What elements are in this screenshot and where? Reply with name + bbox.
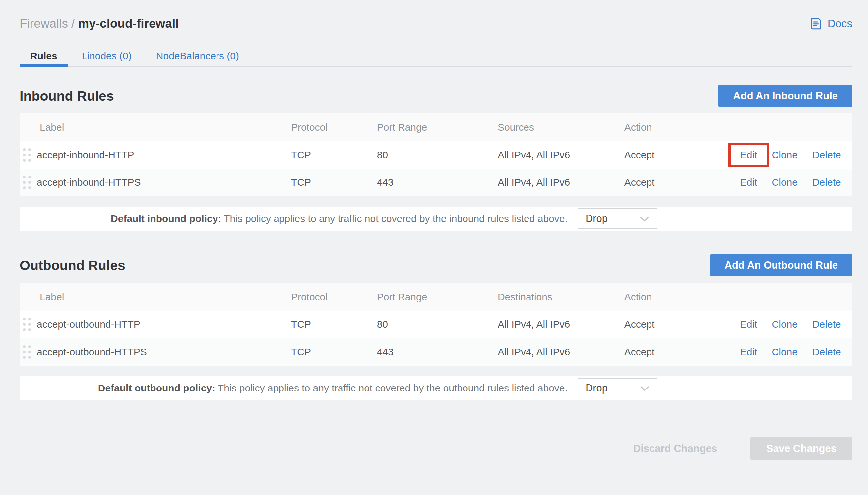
rule-destinations: All IPv4, All IPv6 (498, 346, 624, 358)
default-outbound-policy-description: This policy applies to any traffic not c… (218, 382, 568, 393)
firewall-detail-page: Firewalls/my-cloud-firewall Docs Rules L… (0, 0, 868, 460)
clone-button[interactable]: Clone (772, 346, 798, 358)
outbound-table-header: Label Protocol Port Range Destinations A… (20, 283, 852, 310)
delete-button[interactable]: Delete (812, 319, 841, 330)
top-bar: Firewalls/my-cloud-firewall Docs (20, 0, 852, 31)
tab-rules[interactable]: Rules (20, 47, 68, 66)
clone-button[interactable]: Clone (772, 319, 798, 330)
default-inbound-policy-label: Default inbound policy: (111, 213, 221, 224)
policy-select-value: Drop (586, 213, 608, 225)
outbound-rules-title: Outbound Rules (20, 258, 125, 273)
delete-button[interactable]: Delete (812, 346, 841, 358)
rule-label: accept-inbound-HTTPS (37, 177, 141, 188)
rule-protocol: TCP (291, 319, 377, 330)
default-inbound-policy-row: Default inbound policy: This policy appl… (20, 207, 852, 231)
tab-bar: Rules Linodes (0) NodeBalancers (0) (20, 47, 852, 67)
rule-sources: All IPv4, All IPv6 (498, 177, 624, 188)
inbound-rules-table: Label Protocol Port Range Sources Action… (20, 114, 852, 196)
outbound-rules-table: Label Protocol Port Range Destinations A… (20, 283, 852, 365)
drag-handle-icon[interactable] (23, 318, 31, 331)
column-header-destinations: Destinations (498, 291, 624, 303)
default-outbound-policy-text: Default outbound policy: This policy app… (20, 382, 568, 394)
outbound-table-body: accept-outbound-HTTP TCP 80 All IPv4, Al… (20, 310, 852, 365)
column-header-action: Action (624, 122, 740, 133)
breadcrumb-current-firewall: my-cloud-firewall (78, 17, 179, 30)
table-row-accept-outbound-http: accept-outbound-HTTP TCP 80 All IPv4, Al… (20, 310, 852, 338)
rule-protocol: TCP (291, 346, 377, 358)
drag-handle-icon[interactable] (23, 345, 31, 359)
edit-button[interactable]: Edit (740, 346, 757, 358)
default-inbound-policy-select[interactable]: Drop (578, 208, 657, 229)
clone-button[interactable]: Clone (772, 149, 798, 160)
breadcrumb-firewalls-link[interactable]: Firewalls (20, 17, 68, 30)
inbound-section-header: Inbound Rules Add An Inbound Rule (20, 85, 852, 107)
rule-sources: All IPv4, All IPv6 (498, 149, 624, 160)
breadcrumb: Firewalls/my-cloud-firewall (20, 17, 179, 31)
rule-label: accept-inbound-HTTP (37, 149, 134, 160)
breadcrumb-separator: / (71, 17, 75, 30)
add-outbound-rule-button[interactable]: Add An Outbound Rule (710, 254, 853, 276)
document-icon (809, 17, 823, 31)
rule-label: accept-outbound-HTTPS (37, 346, 147, 358)
column-header-action: Action (624, 291, 740, 303)
column-header-protocol: Protocol (291, 291, 377, 303)
delete-button[interactable]: Delete (812, 177, 841, 188)
rule-protocol: TCP (291, 177, 377, 188)
rule-action: Accept (624, 149, 740, 160)
column-header-label: Label (20, 291, 291, 303)
chevron-down-icon (640, 216, 650, 222)
rule-port-range: 80 (377, 319, 498, 330)
docs-link[interactable]: Docs (809, 17, 852, 31)
inbound-rules-title: Inbound Rules (20, 88, 114, 104)
form-actions: Discard Changes Save Changes (20, 437, 852, 460)
default-outbound-policy-row: Default outbound policy: This policy app… (20, 376, 852, 400)
tab-linodes[interactable]: Linodes (0) (71, 47, 142, 66)
tab-nodebalancers[interactable]: NodeBalancers (0) (145, 47, 250, 66)
default-inbound-policy-description: This policy applies to any traffic not c… (224, 213, 568, 224)
table-row-accept-outbound-https: accept-outbound-HTTPS TCP 443 All IPv4, … (20, 338, 852, 365)
edit-button[interactable]: Edit (740, 177, 757, 188)
column-header-port-range: Port Range (377, 291, 498, 303)
default-outbound-policy-select[interactable]: Drop (578, 378, 657, 398)
docs-link-label: Docs (828, 17, 852, 30)
rule-action: Accept (624, 177, 740, 188)
delete-button[interactable]: Delete (812, 149, 841, 160)
edit-button-label: Edit (740, 149, 757, 160)
rule-action: Accept (624, 319, 740, 330)
rule-port-range: 443 (377, 346, 498, 358)
drag-handle-icon[interactable] (23, 148, 31, 161)
default-inbound-policy-text: Default inbound policy: This policy appl… (20, 213, 568, 224)
default-outbound-policy-label: Default outbound policy: (98, 382, 215, 393)
save-changes-button[interactable]: Save Changes (750, 437, 852, 460)
rule-label: accept-outbound-HTTP (37, 319, 140, 330)
rule-destinations: All IPv4, All IPv6 (498, 319, 624, 330)
table-row-accept-inbound-http: accept-inbound-HTTP TCP 80 All IPv4, All… (20, 141, 852, 169)
chevron-down-icon (640, 386, 650, 391)
column-header-port-range: Port Range (377, 122, 498, 133)
table-row-accept-inbound-https: accept-inbound-HTTPS TCP 443 All IPv4, A… (20, 169, 852, 196)
column-header-sources: Sources (498, 122, 624, 133)
outbound-section-header: Outbound Rules Add An Outbound Rule (20, 254, 852, 276)
clone-button[interactable]: Clone (772, 177, 798, 188)
add-inbound-rule-button[interactable]: Add An Inbound Rule (719, 85, 852, 107)
inbound-table-header: Label Protocol Port Range Sources Action (20, 114, 852, 141)
drag-handle-icon[interactable] (23, 176, 31, 189)
rule-action: Accept (624, 346, 740, 358)
inbound-table-body: accept-inbound-HTTP TCP 80 All IPv4, All… (20, 141, 852, 196)
column-header-label: Label (20, 122, 291, 133)
rule-port-range: 80 (377, 149, 498, 160)
edit-button[interactable]: Edit (740, 149, 757, 160)
discard-changes-button[interactable]: Discard Changes (633, 443, 717, 455)
policy-select-value: Drop (586, 382, 608, 394)
column-header-protocol: Protocol (291, 122, 377, 133)
edit-button[interactable]: Edit (740, 319, 757, 330)
rule-protocol: TCP (291, 149, 377, 160)
rule-port-range: 443 (377, 177, 498, 188)
